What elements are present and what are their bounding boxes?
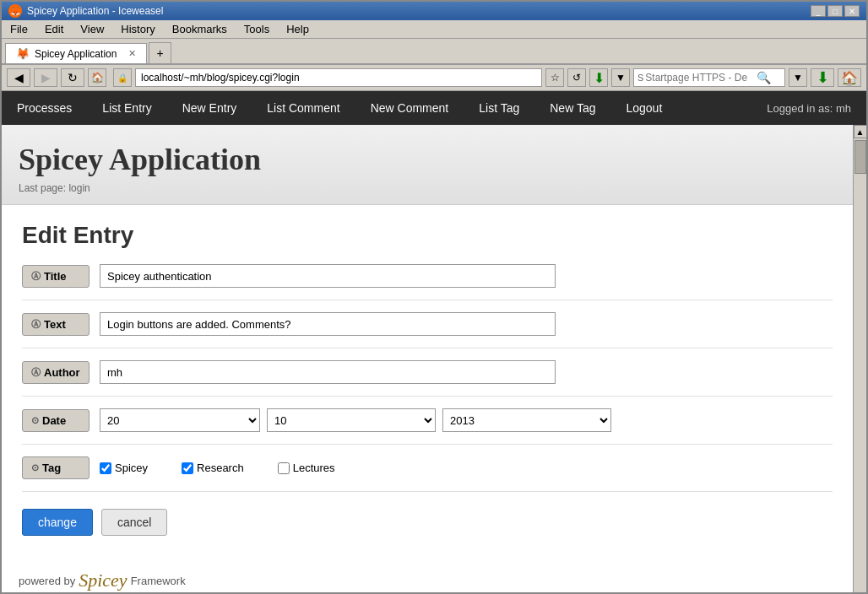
text-icon: Ⓐ [31,318,41,331]
tag-lectures[interactable]: Lectures [278,462,335,474]
button-row: change cancel [22,509,833,536]
menu-edit[interactable]: Edit [40,21,68,37]
framework-text: Framework [131,575,186,587]
main-scroll[interactable]: Spicey Application Last page: login Edit… [2,125,853,594]
author-input[interactable] [100,360,556,384]
new-tab-button[interactable]: + [149,42,171,63]
date-icon: ⊙ [31,415,39,426]
scrollbar-thumb[interactable] [854,140,866,174]
footer-logo: Spicey [79,570,127,591]
search-input[interactable] [645,72,755,84]
date-row: ⊙ Date 20 10 2013 [22,408,833,445]
change-button[interactable]: change [22,509,93,536]
tag-icon: ⊙ [31,462,39,473]
tag-spicey[interactable]: Spicey [100,462,148,474]
window-controls: _ □ ✕ [811,5,860,17]
title-row: Ⓐ Title [22,264,833,300]
year-select[interactable]: 2013 [442,408,611,432]
text-row: Ⓐ Text [22,312,833,348]
tag-checkboxes: Spicey Research Lectures [100,462,369,474]
nav-new-tag[interactable]: New Tag [534,91,610,125]
footer: powered by Spicey Framework [2,553,853,594]
tag-label: ⊙ Tag [22,456,90,479]
tag-research-checkbox[interactable] [182,462,193,474]
app-header: Spicey Application Last page: login [2,125,853,205]
title-icon: Ⓐ [31,270,41,283]
edit-entry-heading: Edit Entry [22,222,833,249]
menu-view[interactable]: View [75,21,109,37]
menu-bookmarks[interactable]: Bookmarks [167,21,232,37]
home-icon2[interactable]: 🏠 [838,68,861,87]
date-selects: 20 10 2013 [100,408,611,432]
nav-new-entry[interactable]: New Entry [167,91,252,125]
nav-menu: Processes List Entry New Entry List Comm… [2,91,866,125]
home-button[interactable]: 🏠 [88,68,106,87]
content-area: Spicey Application Last page: login Edit… [2,125,866,594]
nav-list-entry[interactable]: List Entry [87,91,166,125]
maximize-button[interactable]: □ [827,5,843,17]
tag-lectures-checkbox[interactable] [278,462,290,474]
refresh-button[interactable]: ↻ [61,68,84,87]
text-label: Ⓐ Text [22,313,90,336]
star-icon[interactable]: ☆ [545,68,564,87]
nav-list-comment[interactable]: List Comment [252,91,355,125]
tab-bar: 🦊 Spicey Application ✕ + [2,39,866,65]
title-label: Ⓐ Title [22,265,90,288]
nav-new-comment[interactable]: New Comment [355,91,464,125]
nav-processes[interactable]: Processes [2,91,87,125]
nav-logout[interactable]: Logout [610,91,677,125]
lock-icon: 🔒 [113,68,132,87]
menu-tools[interactable]: Tools [239,21,274,37]
title-bar: 🦊 Spicey Application - Iceweasel _ □ ✕ [2,2,866,20]
powered-by-text: powered by [19,575,75,587]
search-dropdown[interactable]: ▼ [789,68,807,87]
date-label: ⊙ Date [22,409,90,432]
app-icon: 🦊 [8,4,22,18]
month-select[interactable]: 10 [267,408,436,432]
tag-row: ⊙ Tag Spicey Research [22,456,833,492]
menu-file[interactable]: File [5,21,33,37]
download-arrow[interactable]: ⬇ [589,68,608,87]
search-engine-icon: S [637,73,643,83]
close-button[interactable]: ✕ [844,5,860,17]
browser-content: Spicey Application Last page: login Edit… [2,125,853,594]
app-title: Spicey Application [19,142,836,177]
address-bar: ◀ ▶ ↻ 🏠 🔒 ☆ ↺ ⬇ ▼ S 🔍 ▼ ⬇ 🏠 [2,65,866,91]
reload-icon[interactable]: ↺ [567,68,586,87]
tab-spicey[interactable]: 🦊 Spicey Application ✕ [5,43,147,63]
green-download[interactable]: ⬇ [811,68,834,87]
author-row: Ⓐ Author [22,360,833,397]
author-label: Ⓐ Author [22,361,90,384]
cancel-button[interactable]: cancel [101,509,167,536]
scrollbar-up[interactable]: ▲ [854,125,867,138]
tag-research[interactable]: Research [182,462,244,474]
edit-section: Edit Entry Ⓐ Title Ⓐ Text [2,205,853,553]
day-select[interactable]: 20 [100,408,260,432]
browser-window: 🦊 Spicey Application - Iceweasel _ □ ✕ F… [0,0,868,594]
author-icon: Ⓐ [31,366,41,379]
text-input[interactable] [100,312,556,336]
tag-spicey-checkbox[interactable] [100,462,111,474]
back-button[interactable]: ◀ [7,68,30,87]
tab-label: Spicey Application [35,48,117,60]
search-go-icon[interactable]: 🔍 [757,71,771,84]
forward-button[interactable]: ▶ [34,68,57,87]
download-dropdown[interactable]: ▼ [611,68,630,87]
window-title: Spicey Application - Iceweasel [27,5,163,17]
logged-in-label: Logged in as: mh [767,102,866,115]
menu-bar: File Edit View History Bookmarks Tools H… [2,20,866,39]
minimize-button[interactable]: _ [811,5,826,17]
last-page: Last page: login [19,182,836,194]
menu-help[interactable]: Help [281,21,314,37]
scrollbar[interactable]: ▲ ▼ [853,125,866,594]
address-input[interactable] [135,68,542,87]
title-input[interactable] [100,264,556,288]
menu-history[interactable]: History [116,21,160,37]
nav-list-tag[interactable]: List Tag [464,91,534,125]
